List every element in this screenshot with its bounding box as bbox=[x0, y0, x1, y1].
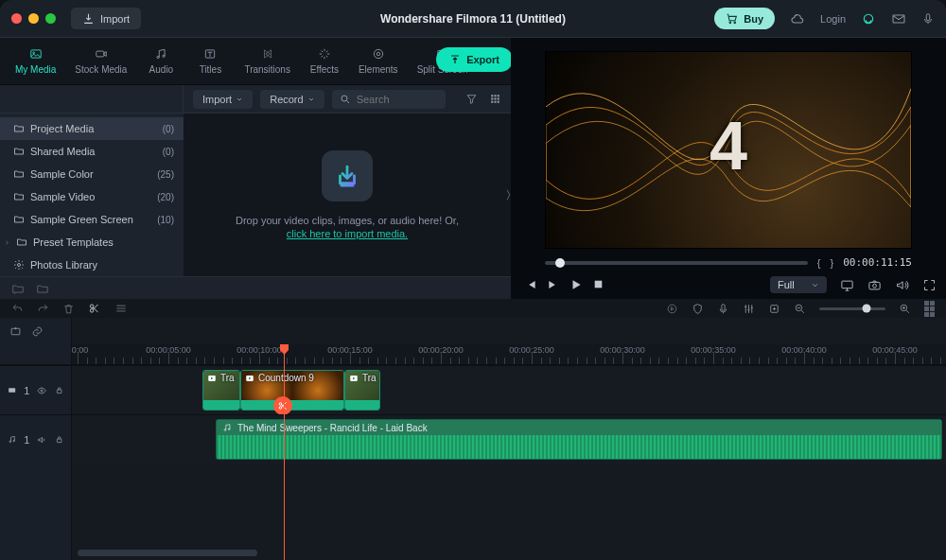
filter-icon[interactable] bbox=[465, 93, 478, 105]
drop-link[interactable]: click here to import media. bbox=[287, 228, 408, 239]
playhead[interactable] bbox=[284, 344, 285, 560]
video-clip-1[interactable]: Tra bbox=[202, 370, 240, 411]
brace-open[interactable]: { bbox=[817, 257, 821, 269]
sidebar-item-preset-templates[interactable]: Preset Templates bbox=[0, 231, 184, 254]
sidebar-item-shared-media[interactable]: Shared Media(0) bbox=[0, 140, 184, 163]
list-icon[interactable] bbox=[114, 302, 128, 315]
stop-icon[interactable] bbox=[592, 278, 604, 290]
sidebar-count: (20) bbox=[157, 192, 174, 202]
view-mode-icon[interactable] bbox=[924, 301, 935, 317]
add-track-icon[interactable] bbox=[9, 325, 22, 338]
video-clip-3[interactable]: Tra bbox=[344, 370, 380, 411]
tab-elements[interactable]: Elements bbox=[349, 47, 408, 75]
monitor-icon[interactable] bbox=[840, 278, 854, 292]
sidebar-item-sample-video[interactable]: Sample Video(20) bbox=[0, 185, 184, 208]
sidebar-label: Sample Video bbox=[30, 191, 95, 202]
mic-icon[interactable] bbox=[717, 303, 729, 315]
next-frame-icon[interactable] bbox=[547, 278, 560, 291]
mail-icon[interactable] bbox=[891, 11, 906, 26]
folder-icon bbox=[16, 236, 27, 248]
sidebar-item-sample-green-screen[interactable]: Sample Green Screen(10) bbox=[0, 208, 184, 231]
sidebar-item-sample-color[interactable]: Sample Color(25) bbox=[0, 163, 184, 185]
mic-icon[interactable] bbox=[921, 12, 935, 26]
folder-icon[interactable] bbox=[36, 282, 49, 295]
speaker-icon[interactable] bbox=[37, 434, 46, 446]
buy-label: Buy bbox=[744, 13, 763, 25]
tab-audio[interactable]: Audio bbox=[136, 47, 185, 75]
panel-expander[interactable] bbox=[504, 187, 512, 202]
lock-icon[interactable] bbox=[55, 434, 63, 445]
seek-knob[interactable] bbox=[555, 258, 565, 268]
sidebar-item-project-media[interactable]: Project Media(0) bbox=[0, 117, 184, 140]
link-icon[interactable] bbox=[31, 325, 44, 338]
time-ruler[interactable]: 00:0000:00:05:0000:00:10:0000:00:15:0000… bbox=[72, 344, 946, 365]
fullscreen-icon[interactable] bbox=[922, 278, 937, 292]
add-folder-icon[interactable] bbox=[11, 282, 25, 295]
timeline-canvas[interactable]: 00:0000:00:05:0000:00:10:0000:00:15:0000… bbox=[72, 318, 946, 560]
play-icon[interactable] bbox=[569, 278, 583, 291]
undo-icon[interactable] bbox=[11, 303, 24, 315]
prev-frame-icon[interactable] bbox=[524, 278, 537, 291]
tab-transitions[interactable]: Transitions bbox=[235, 47, 300, 75]
tab-stock-media[interactable]: Stock Media bbox=[65, 47, 136, 75]
snapshot-icon[interactable] bbox=[867, 278, 882, 292]
search-input[interactable] bbox=[357, 94, 432, 105]
import-button[interactable]: Import bbox=[71, 8, 141, 29]
sidebar-item-photos-library[interactable]: Photos Library bbox=[0, 254, 184, 276]
clip-label: Tra bbox=[220, 373, 235, 383]
download-icon bbox=[82, 12, 95, 25]
export-button[interactable]: Export bbox=[436, 47, 513, 72]
split-icon[interactable] bbox=[88, 302, 101, 315]
support-icon[interactable] bbox=[861, 11, 876, 26]
svg-point-48 bbox=[224, 429, 226, 431]
timeline-scrollbar[interactable] bbox=[78, 550, 257, 556]
search-icon bbox=[340, 94, 351, 105]
record-dropdown[interactable]: Record bbox=[260, 90, 324, 109]
grid-icon[interactable] bbox=[489, 93, 501, 105]
trash-icon[interactable] bbox=[62, 303, 75, 315]
tab-my-media[interactable]: My Media bbox=[6, 47, 65, 75]
video-track-header[interactable]: 1 bbox=[0, 365, 71, 414]
minimize-window-icon[interactable] bbox=[28, 13, 39, 24]
zoom-in-icon[interactable] bbox=[899, 303, 911, 315]
zoom-slider[interactable] bbox=[819, 307, 885, 310]
zoom-knob[interactable] bbox=[863, 305, 871, 313]
login-button[interactable]: Login bbox=[820, 13, 846, 25]
marker-icon[interactable] bbox=[768, 303, 780, 315]
close-window-icon[interactable] bbox=[11, 13, 22, 24]
export-label: Export bbox=[466, 54, 499, 65]
video-track[interactable]: Tra Countdown 9 Tra bbox=[72, 365, 946, 414]
volume-icon[interactable] bbox=[895, 278, 909, 292]
shield-icon[interactable] bbox=[692, 303, 704, 315]
maximize-window-icon[interactable] bbox=[45, 13, 56, 24]
import-dropdown[interactable]: Import bbox=[193, 90, 253, 109]
audio-track-header[interactable]: 1 bbox=[0, 414, 71, 464]
buy-button[interactable]: Buy bbox=[714, 8, 775, 29]
sparkle-icon bbox=[317, 47, 332, 61]
video-badge-icon bbox=[207, 374, 217, 383]
quality-select[interactable]: Full bbox=[770, 276, 827, 293]
tab-titles[interactable]: Titles bbox=[185, 47, 235, 75]
sidebar-count: (25) bbox=[157, 169, 174, 180]
replay-icon[interactable] bbox=[666, 303, 678, 315]
redo-icon[interactable] bbox=[37, 303, 49, 315]
seek-slider[interactable] bbox=[545, 261, 808, 265]
split-marker[interactable] bbox=[273, 396, 292, 415]
eye-icon[interactable] bbox=[37, 385, 46, 396]
audio-track[interactable]: The Mind Sweepers - Rancid Life - Laid B… bbox=[72, 414, 946, 464]
audio-clip-1[interactable]: The Mind Sweepers - Rancid Life - Laid B… bbox=[216, 419, 942, 460]
zoom-out-icon[interactable] bbox=[794, 303, 806, 315]
tab-effects[interactable]: Effects bbox=[300, 47, 349, 75]
svg-rect-26 bbox=[494, 101, 496, 103]
window-controls bbox=[11, 13, 56, 24]
preview-viewport[interactable]: 4 bbox=[545, 51, 912, 249]
search-field[interactable] bbox=[332, 90, 446, 109]
cloud-icon[interactable] bbox=[790, 11, 805, 26]
brace-close[interactable]: } bbox=[830, 257, 833, 269]
mixer-icon[interactable] bbox=[743, 303, 755, 315]
video-clip-2[interactable]: Countdown 9 bbox=[240, 370, 344, 411]
media-drop-zone[interactable]: Drop your video clips, images, or audio … bbox=[184, 114, 511, 276]
lock-icon[interactable] bbox=[55, 385, 63, 395]
clip-label: Countdown 9 bbox=[258, 373, 314, 383]
svg-rect-19 bbox=[491, 95, 493, 96]
